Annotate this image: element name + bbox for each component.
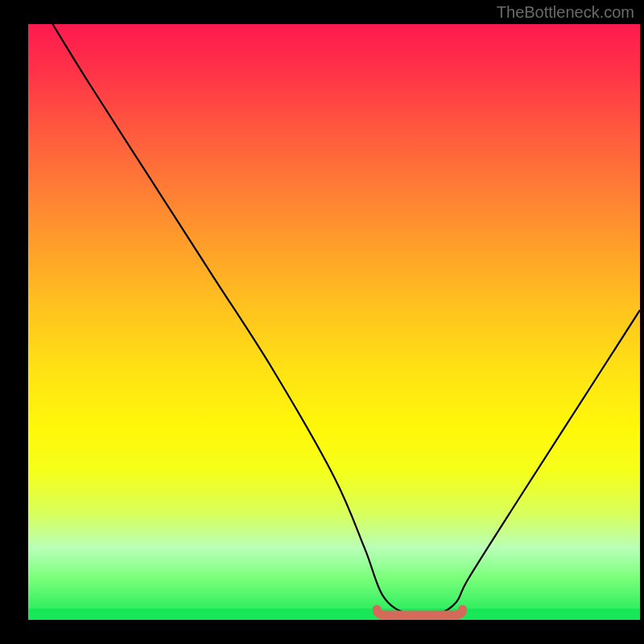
watermark-text: TheBottleneck.com — [497, 3, 634, 22]
bottleneck-curve-path — [52, 24, 640, 616]
chart-svg — [28, 24, 640, 620]
optimal-range-marker — [377, 609, 462, 615]
chart-plot-area — [28, 24, 640, 620]
